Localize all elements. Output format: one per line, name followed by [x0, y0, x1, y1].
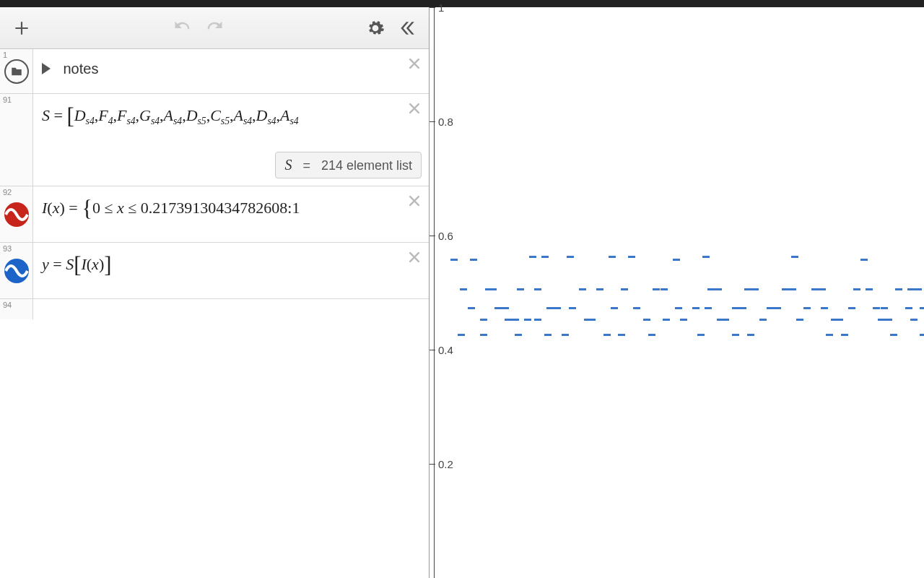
y-tick	[430, 121, 435, 122]
data-point	[803, 307, 811, 309]
data-point	[480, 334, 487, 336]
delete-row-button[interactable]	[406, 100, 423, 117]
data-point	[881, 307, 888, 309]
add-expression-button[interactable]	[9, 15, 35, 41]
data-point	[643, 319, 650, 321]
data-point	[579, 288, 586, 290]
expression-list: 1 notes 91 S = [Ds4,F4,Fs4	[0, 49, 429, 578]
data-point	[505, 319, 512, 321]
data-point	[732, 307, 739, 309]
data-point	[796, 319, 803, 321]
redo-button[interactable]	[201, 15, 227, 41]
data-point	[774, 307, 781, 309]
data-point	[661, 288, 668, 290]
badge-description: 214 element list	[321, 158, 412, 173]
y-tick	[430, 350, 435, 350]
data-point	[895, 288, 902, 290]
data-point	[458, 334, 465, 336]
y-tick-label: 0.4	[438, 344, 453, 356]
expression-row[interactable]: 91 S = [Ds4,F4,Fs4,Gs4,As4,Ds5,Cs5,As4,D…	[0, 94, 429, 186]
folder-header[interactable]: notes	[33, 49, 429, 93]
data-point	[747, 334, 754, 336]
data-point	[744, 288, 751, 290]
expression-input[interactable]: I(x) = {0 ≤ x ≤ 0.21739130434782608:1	[33, 186, 429, 242]
data-point	[782, 288, 789, 290]
expression-input[interactable]	[33, 299, 429, 319]
expression-row[interactable]: 93 y = S[I(x)]	[0, 243, 429, 299]
data-point	[791, 256, 798, 258]
undo-button[interactable]	[170, 15, 196, 41]
expression-row[interactable]: 92 I(x) = {0 ≤ x ≤ 0.21739130434782608:1	[0, 186, 429, 243]
y-tick-label: 1	[438, 1, 444, 14]
data-point	[562, 334, 569, 336]
delete-row-button[interactable]	[406, 249, 423, 266]
data-point	[732, 334, 739, 336]
data-point	[697, 334, 705, 336]
y-axis	[434, 7, 435, 578]
expression-text: S = [Ds4,F4,Fs4,Gs4,As4,Ds5,Cs5,As4,Ds4,…	[42, 106, 299, 124]
data-point	[554, 307, 561, 309]
delete-row-button[interactable]	[406, 192, 423, 210]
data-point	[515, 334, 522, 336]
data-point	[789, 288, 796, 290]
data-point	[905, 307, 912, 309]
badge-equals: =	[302, 158, 310, 173]
expression-input[interactable]: S = [Ds4,F4,Fs4,Gs4,As4,Ds5,Cs5,As4,Ds4,…	[33, 94, 429, 186]
data-point	[450, 259, 458, 261]
data-point	[621, 288, 628, 290]
data-point	[569, 307, 576, 309]
data-point	[653, 288, 660, 290]
data-point	[633, 307, 640, 309]
data-point	[885, 319, 892, 321]
data-point	[715, 288, 722, 290]
data-point	[680, 319, 687, 321]
data-point	[826, 334, 833, 336]
data-point	[920, 334, 924, 336]
y-tick-label: 0.2	[438, 458, 453, 470]
data-point	[546, 307, 554, 309]
folder-row[interactable]: 1 notes	[0, 49, 429, 94]
y-tick	[430, 236, 435, 236]
plot-color-icon[interactable]	[4, 202, 29, 227]
row-number: 91	[3, 95, 12, 104]
collapse-panel-button[interactable]	[394, 15, 420, 41]
row-number: 92	[3, 188, 12, 197]
folder-icon	[4, 59, 29, 84]
data-point	[534, 319, 541, 321]
empty-expression-row[interactable]: 94	[0, 299, 429, 319]
data-point	[468, 307, 475, 309]
data-point	[705, 307, 712, 309]
window-top-chrome	[0, 0, 924, 7]
data-point	[707, 288, 715, 290]
plot-color-icon[interactable]	[4, 259, 29, 283]
data-point	[470, 259, 477, 261]
expand-triangle-icon[interactable]	[42, 63, 51, 74]
graph-viewport[interactable]: 0.20.40.60.81	[430, 7, 924, 578]
data-point	[544, 334, 552, 336]
data-point	[836, 319, 843, 321]
data-point	[739, 307, 746, 309]
data-point	[860, 259, 868, 261]
data-point	[567, 256, 574, 258]
settings-button[interactable]	[362, 15, 388, 41]
result-badge[interactable]: S = 214 element list	[275, 152, 422, 178]
data-point	[494, 307, 502, 309]
data-point	[480, 319, 487, 321]
y-tick	[430, 7, 435, 8]
data-point	[890, 334, 897, 336]
data-point	[717, 319, 724, 321]
data-point	[819, 288, 826, 290]
data-point	[596, 288, 603, 290]
data-point	[811, 288, 819, 290]
expression-input[interactable]: y = S[I(x)]	[33, 243, 429, 298]
data-point	[821, 307, 828, 309]
row-number: 93	[3, 244, 12, 253]
data-point	[541, 256, 549, 258]
data-point	[767, 307, 774, 309]
data-point	[609, 256, 616, 258]
data-point	[628, 256, 635, 258]
data-point	[675, 307, 682, 309]
data-point	[853, 288, 860, 290]
delete-row-button[interactable]	[406, 55, 423, 72]
badge-variable: S	[284, 157, 292, 173]
